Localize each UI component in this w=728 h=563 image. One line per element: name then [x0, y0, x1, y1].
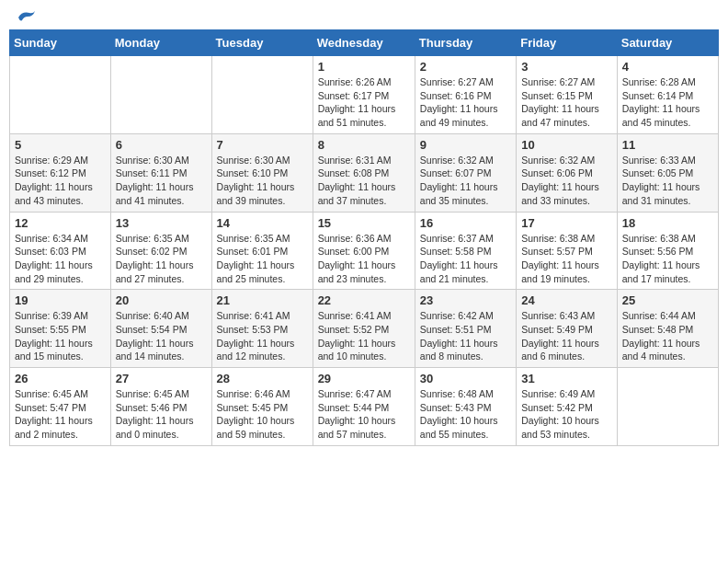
calendar-cell: 2Sunrise: 6:27 AM Sunset: 6:16 PM Daylig…	[415, 56, 516, 134]
calendar-cell: 17Sunrise: 6:38 AM Sunset: 5:57 PM Dayli…	[517, 212, 618, 290]
day-content: Sunrise: 6:30 AM Sunset: 6:11 PM Dayligh…	[116, 154, 207, 208]
day-content: Sunrise: 6:45 AM Sunset: 5:46 PM Dayligh…	[116, 387, 207, 442]
calendar-cell: 27Sunrise: 6:45 AM Sunset: 5:46 PM Dayli…	[110, 368, 211, 446]
day-content: Sunrise: 6:30 AM Sunset: 6:10 PM Dayligh…	[217, 154, 308, 208]
calendar-cell: 13Sunrise: 6:35 AM Sunset: 6:02 PM Dayli…	[110, 212, 211, 290]
day-content: Sunrise: 6:34 AM Sunset: 6:03 PM Dayligh…	[15, 232, 106, 286]
day-content: Sunrise: 6:36 AM Sunset: 6:00 PM Dayligh…	[318, 232, 410, 286]
day-content: Sunrise: 6:49 AM Sunset: 5:42 PM Dayligh…	[521, 387, 612, 442]
day-number: 29	[318, 372, 410, 385]
calendar-cell: 8Sunrise: 6:31 AM Sunset: 6:08 PM Daylig…	[313, 133, 415, 212]
calendar-cell: 25Sunrise: 6:44 AM Sunset: 5:48 PM Dayli…	[617, 290, 718, 368]
day-number: 7	[217, 138, 308, 152]
calendar-cell: 3Sunrise: 6:27 AM Sunset: 6:15 PM Daylig…	[517, 56, 618, 134]
weekday-header-saturday: Saturday	[617, 30, 718, 56]
day-content: Sunrise: 6:46 AM Sunset: 5:45 PM Dayligh…	[217, 387, 308, 442]
weekday-header-wednesday: Wednesday	[313, 30, 415, 56]
day-content: Sunrise: 6:32 AM Sunset: 6:07 PM Dayligh…	[420, 154, 511, 208]
calendar-cell: 9Sunrise: 6:32 AM Sunset: 6:07 PM Daylig…	[415, 133, 516, 212]
day-content: Sunrise: 6:31 AM Sunset: 6:08 PM Dayligh…	[318, 154, 410, 208]
calendar-cell	[617, 368, 718, 446]
day-number: 27	[116, 372, 207, 385]
day-content: Sunrise: 6:42 AM Sunset: 5:51 PM Dayligh…	[420, 309, 511, 363]
calendar-cell: 10Sunrise: 6:32 AM Sunset: 6:06 PM Dayli…	[517, 133, 618, 212]
calendar-cell: 21Sunrise: 6:41 AM Sunset: 5:53 PM Dayli…	[211, 290, 313, 368]
header	[9, 9, 719, 22]
day-number: 12	[15, 216, 106, 230]
day-number: 18	[622, 216, 713, 230]
day-number: 1	[318, 60, 410, 74]
day-number: 3	[521, 60, 612, 74]
day-number: 23	[420, 293, 511, 307]
calendar-cell: 18Sunrise: 6:38 AM Sunset: 5:56 PM Dayli…	[617, 212, 718, 290]
day-number: 6	[116, 138, 207, 152]
day-content: Sunrise: 6:38 AM Sunset: 5:56 PM Dayligh…	[622, 232, 713, 286]
day-number: 17	[521, 216, 612, 230]
day-number: 25	[622, 293, 713, 307]
calendar-cell: 20Sunrise: 6:40 AM Sunset: 5:54 PM Dayli…	[110, 290, 211, 368]
calendar-cell: 23Sunrise: 6:42 AM Sunset: 5:51 PM Dayli…	[415, 290, 516, 368]
day-content: Sunrise: 6:41 AM Sunset: 5:53 PM Dayligh…	[217, 309, 308, 363]
calendar-cell: 29Sunrise: 6:47 AM Sunset: 5:44 PM Dayli…	[313, 368, 415, 446]
calendar-cell: 4Sunrise: 6:28 AM Sunset: 6:14 PM Daylig…	[617, 56, 718, 134]
day-number: 22	[318, 293, 410, 307]
calendar-cell	[10, 56, 111, 134]
calendar-cell: 12Sunrise: 6:34 AM Sunset: 6:03 PM Dayli…	[10, 212, 111, 290]
calendar-week-2: 5Sunrise: 6:29 AM Sunset: 6:12 PM Daylig…	[10, 133, 719, 212]
day-number: 28	[217, 372, 308, 385]
day-content: Sunrise: 6:47 AM Sunset: 5:44 PM Dayligh…	[318, 387, 410, 442]
weekday-header-thursday: Thursday	[415, 30, 516, 56]
day-content: Sunrise: 6:37 AM Sunset: 5:58 PM Dayligh…	[420, 232, 511, 286]
calendar-cell: 15Sunrise: 6:36 AM Sunset: 6:00 PM Dayli…	[313, 212, 415, 290]
day-content: Sunrise: 6:44 AM Sunset: 5:48 PM Dayligh…	[622, 309, 713, 363]
day-content: Sunrise: 6:27 AM Sunset: 6:15 PM Dayligh…	[521, 75, 612, 130]
calendar-cell	[211, 56, 313, 134]
day-number: 8	[318, 138, 410, 152]
day-content: Sunrise: 6:33 AM Sunset: 6:05 PM Dayligh…	[622, 154, 713, 208]
calendar-cell: 24Sunrise: 6:43 AM Sunset: 5:49 PM Dayli…	[517, 290, 618, 368]
day-content: Sunrise: 6:35 AM Sunset: 6:02 PM Dayligh…	[116, 232, 207, 286]
day-content: Sunrise: 6:40 AM Sunset: 5:54 PM Dayligh…	[116, 309, 207, 363]
day-number: 4	[622, 60, 713, 74]
day-number: 15	[318, 216, 410, 230]
logo	[13, 9, 37, 22]
calendar-week-1: 1Sunrise: 6:26 AM Sunset: 6:17 PM Daylig…	[10, 56, 719, 134]
calendar-week-4: 19Sunrise: 6:39 AM Sunset: 5:55 PM Dayli…	[10, 290, 719, 368]
day-content: Sunrise: 6:32 AM Sunset: 6:06 PM Dayligh…	[521, 154, 612, 208]
weekday-header-monday: Monday	[110, 30, 211, 56]
day-number: 24	[521, 293, 612, 307]
day-number: 16	[420, 216, 511, 230]
calendar-week-5: 26Sunrise: 6:45 AM Sunset: 5:47 PM Dayli…	[10, 368, 719, 446]
weekday-header-friday: Friday	[517, 30, 618, 56]
day-number: 9	[420, 138, 511, 152]
weekday-header-tuesday: Tuesday	[211, 30, 313, 56]
day-number: 14	[217, 216, 308, 230]
day-number: 20	[116, 293, 207, 307]
calendar-cell: 6Sunrise: 6:30 AM Sunset: 6:11 PM Daylig…	[110, 133, 211, 212]
day-content: Sunrise: 6:43 AM Sunset: 5:49 PM Dayligh…	[521, 309, 612, 363]
day-content: Sunrise: 6:45 AM Sunset: 5:47 PM Dayligh…	[15, 387, 106, 442]
calendar-cell: 16Sunrise: 6:37 AM Sunset: 5:58 PM Dayli…	[415, 212, 516, 290]
calendar-cell: 7Sunrise: 6:30 AM Sunset: 6:10 PM Daylig…	[211, 133, 313, 212]
day-number: 5	[15, 138, 106, 152]
day-number: 30	[420, 372, 511, 385]
day-number: 21	[217, 293, 308, 307]
day-content: Sunrise: 6:38 AM Sunset: 5:57 PM Dayligh…	[521, 232, 612, 286]
calendar-cell: 31Sunrise: 6:49 AM Sunset: 5:42 PM Dayli…	[517, 368, 618, 446]
day-content: Sunrise: 6:28 AM Sunset: 6:14 PM Dayligh…	[622, 75, 713, 130]
calendar-cell: 14Sunrise: 6:35 AM Sunset: 6:01 PM Dayli…	[211, 212, 313, 290]
day-content: Sunrise: 6:41 AM Sunset: 5:52 PM Dayligh…	[318, 309, 410, 363]
day-number: 10	[521, 138, 612, 152]
weekday-header-sunday: Sunday	[10, 30, 111, 56]
day-number: 26	[15, 372, 106, 385]
calendar-cell: 28Sunrise: 6:46 AM Sunset: 5:45 PM Dayli…	[211, 368, 313, 446]
day-content: Sunrise: 6:26 AM Sunset: 6:17 PM Dayligh…	[318, 75, 410, 130]
calendar-cell: 30Sunrise: 6:48 AM Sunset: 5:43 PM Dayli…	[415, 368, 516, 446]
day-content: Sunrise: 6:35 AM Sunset: 6:01 PM Dayligh…	[217, 232, 308, 286]
day-content: Sunrise: 6:39 AM Sunset: 5:55 PM Dayligh…	[15, 309, 106, 363]
calendar-cell	[110, 56, 211, 134]
weekday-header-row: SundayMondayTuesdayWednesdayThursdayFrid…	[10, 30, 719, 56]
calendar-cell: 1Sunrise: 6:26 AM Sunset: 6:17 PM Daylig…	[313, 56, 415, 134]
day-number: 2	[420, 60, 511, 74]
day-number: 13	[116, 216, 207, 230]
